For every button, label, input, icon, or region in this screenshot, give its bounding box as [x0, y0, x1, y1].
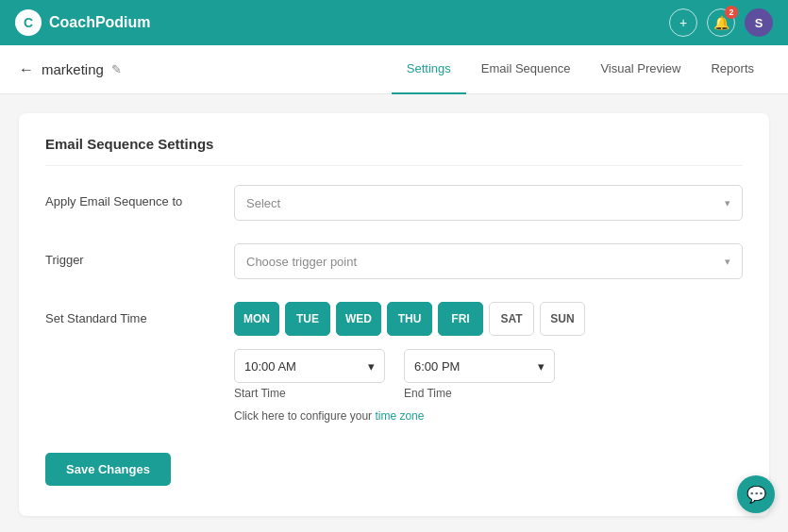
settings-card: Email Sequence Settings Apply Email Sequ… [19, 113, 769, 516]
time-row: 10:00 AM ▾ Start Time 6:00 PM ▾ End Time [234, 349, 743, 400]
apply-label: Apply Email Sequence to [45, 185, 215, 208]
notification-badge: 2 [725, 6, 738, 19]
apply-row: Apply Email Sequence to Select ▾ [45, 185, 743, 221]
trigger-select[interactable]: Choose trigger point ▾ [234, 243, 743, 279]
standard-time-row: Set Standard Time MON TUE WED THU [45, 302, 743, 423]
tab-bar: Settings Email Sequence Visual Preview R… [392, 45, 769, 93]
end-time-col: 6:00 PM ▾ End Time [404, 349, 555, 400]
breadcrumb: ← marketing ✎ [19, 61, 122, 78]
notification-button[interactable]: 🔔 2 [707, 8, 735, 37]
save-button[interactable]: Save Changes [45, 453, 171, 486]
apply-select[interactable]: Select ▾ [234, 185, 743, 221]
trigger-label: Trigger [45, 243, 215, 267]
brand-icon: C [15, 9, 42, 36]
chat-icon: 💬 [746, 485, 766, 505]
start-time-select[interactable]: 10:00 AM ▾ [234, 349, 385, 383]
back-button[interactable]: ← [19, 61, 34, 78]
user-avatar[interactable]: S [745, 8, 773, 37]
days-row: MON TUE WED THU FRI SAT [234, 302, 743, 336]
tab-settings[interactable]: Settings [392, 45, 466, 94]
start-time-label: Start Time [234, 387, 385, 400]
day-fri[interactable]: FRI [438, 302, 483, 336]
apply-select-wrap: Select ▾ [234, 185, 743, 221]
start-time-arrow: ▾ [368, 359, 375, 374]
day-tue[interactable]: TUE [285, 302, 330, 336]
trigger-select-value: Choose trigger point [246, 255, 357, 269]
end-time-value: 6:00 PM [414, 359, 460, 374]
day-wed[interactable]: WED [336, 302, 381, 336]
navbar-actions: + 🔔 2 S [669, 8, 773, 37]
standard-time-label: Set Standard Time [45, 302, 215, 325]
end-time-select[interactable]: 6:00 PM ▾ [404, 349, 555, 383]
day-thu[interactable]: THU [387, 302, 432, 336]
add-button[interactable]: + [669, 8, 697, 37]
main-content: Email Sequence Settings Apply Email Sequ… [0, 94, 788, 532]
end-time-arrow: ▾ [538, 359, 545, 374]
brand-name: CoachPodium [49, 14, 151, 31]
page-name: marketing [42, 61, 104, 77]
brand-icon-letter: C [24, 15, 33, 30]
tab-email-sequence[interactable]: Email Sequence [466, 45, 586, 94]
brand: C CoachPodium [15, 9, 151, 36]
card-title: Email Sequence Settings [45, 136, 743, 166]
day-sun[interactable]: SUN [540, 302, 585, 336]
end-time-label: End Time [404, 387, 555, 400]
apply-select-arrow: ▾ [725, 197, 730, 209]
avatar-letter: S [755, 16, 763, 30]
edit-icon[interactable]: ✎ [111, 62, 122, 76]
day-mon[interactable]: MON [234, 302, 279, 336]
add-icon: + [679, 15, 687, 30]
sub-header: ← marketing ✎ Settings Email Sequence Vi… [0, 45, 788, 94]
navbar: C CoachPodium + 🔔 2 S [0, 0, 788, 45]
standard-time-controls: MON TUE WED THU FRI SAT [234, 302, 743, 423]
day-sat[interactable]: SAT [489, 302, 534, 336]
chat-fab[interactable]: 💬 [737, 475, 775, 513]
apply-select-value: Select [246, 196, 280, 210]
timezone-hint: Click here to configure your time zone [234, 409, 743, 423]
trigger-select-arrow: ▾ [725, 256, 730, 268]
tab-reports[interactable]: Reports [696, 45, 769, 94]
trigger-select-wrap: Choose trigger point ▾ [234, 243, 743, 279]
start-time-value: 10:00 AM [244, 359, 296, 374]
trigger-row: Trigger Choose trigger point ▾ [45, 243, 743, 279]
start-time-col: 10:00 AM ▾ Start Time [234, 349, 385, 400]
timezone-link[interactable]: time zone [375, 409, 424, 423]
tab-visual-preview[interactable]: Visual Preview [585, 45, 696, 94]
